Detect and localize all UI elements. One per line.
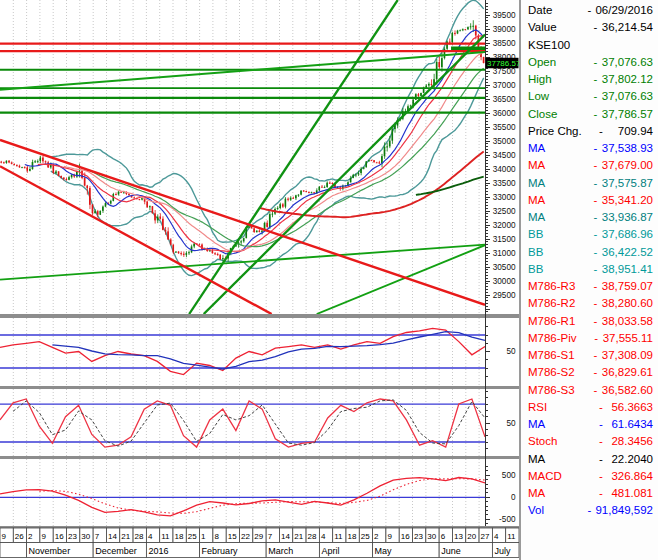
info-label: MACD	[521, 468, 594, 485]
info-dash: -	[594, 123, 608, 140]
x-axis-day-label: 8	[214, 532, 219, 541]
x-axis-month-label: March	[268, 546, 293, 556]
rsi-ytick-50: 50	[506, 347, 516, 356]
main-ytick-34000: 34000	[493, 165, 516, 174]
main-ytick-33000: 33000	[493, 193, 516, 202]
macd-ytick-500: 500	[502, 471, 516, 480]
x-axis-day-label: 15	[228, 532, 237, 541]
x-axis-day-label: 16	[401, 532, 410, 541]
x-axis-day-label: 20	[467, 532, 476, 541]
x-axis-day-label: 14	[281, 532, 290, 541]
info-label: M786-R2	[521, 295, 589, 312]
macd-ytick-0: 0	[511, 493, 516, 502]
panel-separator-2[interactable]	[0, 456, 519, 459]
info-row-m786-r3-16: M786-R3-38,759.07	[521, 278, 658, 295]
info-value: 36,422.52	[602, 244, 658, 261]
main-ytick-33500: 33500	[493, 179, 516, 188]
info-label: MA	[521, 140, 589, 157]
info-row-m786-piv-19: M786-Piv-37,555.11	[521, 330, 658, 347]
x-axis-month-label: November	[29, 546, 71, 556]
info-value: 91,849,592	[595, 502, 658, 519]
main-ytick-31000: 31000	[493, 249, 516, 258]
info-row-ma-8: MA-37,538.93	[521, 140, 658, 157]
x-axis-day-label: 1	[201, 532, 206, 541]
x-axis-day-label: 30	[427, 532, 436, 541]
current-price-marker: 37786.57	[486, 58, 520, 69]
info-dash: -	[584, 2, 596, 19]
info-dash: -	[589, 209, 602, 226]
info-label: M786-S3	[521, 382, 589, 399]
x-axis-month-label: June	[441, 546, 461, 556]
info-value: 709.94	[608, 123, 658, 140]
info-dash: -	[589, 347, 602, 364]
info-label: Low	[521, 88, 589, 105]
info-value: 37,679.00	[602, 157, 658, 174]
info-label: MA	[521, 157, 589, 174]
x-axis-day-label: 30	[81, 532, 90, 541]
info-value: 37,538.93	[602, 140, 658, 157]
info-dash: -	[589, 192, 602, 209]
info-row-ma-11: MA-35,341.20	[521, 192, 658, 209]
info-label: Vol	[521, 502, 584, 519]
x-axis-day-label: 13	[454, 532, 463, 541]
main-ytick-30500: 30500	[493, 263, 516, 272]
quote-data-panel: Date-06/29/2016Value-36,214.54KSE100Open…	[519, 0, 658, 560]
panel-separator-1[interactable]	[0, 386, 519, 389]
main-ytick-38500: 38500	[493, 39, 516, 48]
info-value: 28.3456	[608, 433, 658, 450]
info-label: Price Chg.	[521, 123, 594, 140]
panel-separator-0[interactable]	[0, 314, 519, 318]
info-value: 37,575.87	[602, 175, 658, 192]
info-row-high-4: High-37,802.12	[521, 71, 658, 88]
main-ytick-37000: 37000	[493, 81, 516, 90]
x-axis-day-label: 4	[321, 532, 326, 541]
info-row-ma-10: MA-37,575.87	[521, 175, 658, 192]
info-row-price-chg--7: Price Chg.-709.94	[521, 123, 658, 140]
x-axis-day-label: 23	[68, 532, 77, 541]
info-value: 36,829.61	[602, 364, 658, 381]
charting-application: 2950030000305003100031500320003250033000…	[0, 0, 658, 560]
info-label: Open	[521, 54, 589, 71]
x-axis-day-label: 7	[95, 532, 100, 541]
info-label: Date	[521, 2, 584, 19]
info-dash: -	[589, 71, 602, 88]
x-axis-day-label: 29	[254, 532, 263, 541]
stoch-ytick-50: 50	[506, 419, 516, 428]
info-label: BB	[521, 226, 589, 243]
x-axis-day-label: 25	[188, 532, 197, 541]
x-axis-day-label: 16	[55, 532, 64, 541]
main-ytick-35500: 35500	[493, 123, 516, 132]
info-dash: -	[584, 502, 596, 519]
chart-canvas[interactable]: 2950030000305003100031500320003250033000…	[0, 0, 519, 560]
info-value: 37,802.12	[602, 71, 658, 88]
info-value: 481.081	[608, 485, 658, 502]
x-axis-day-label: 28	[135, 532, 144, 541]
main-ytick-39000: 39000	[493, 25, 516, 34]
x-axis-month-label: 2016	[148, 546, 168, 556]
x-axis-day-label: 9	[41, 532, 46, 541]
info-value: 22.2040	[608, 451, 658, 468]
x-axis-day-label: 11	[334, 532, 343, 541]
info-label: MA	[521, 209, 589, 226]
info-value: 38,280.60	[602, 295, 658, 312]
info-dash: -	[589, 261, 602, 278]
info-label: Close	[521, 106, 589, 123]
info-dash: -	[589, 244, 602, 261]
info-value: 38,951.41	[602, 261, 658, 278]
info-label: MA	[521, 175, 589, 192]
info-value: 36,582.60	[602, 382, 658, 399]
info-label: MA	[521, 416, 594, 433]
x-axis-day-label: 4	[148, 532, 153, 541]
x-axis-day-label: 21	[294, 532, 303, 541]
info-label: High	[521, 71, 589, 88]
x-axis-day-label: 23	[414, 532, 423, 541]
info-row-bb-13: BB-37,686.96	[521, 226, 658, 243]
x-axis-day-label: 11	[507, 532, 516, 541]
info-value: 37,076.63	[602, 88, 658, 105]
main-ytick-29500: 29500	[493, 291, 516, 300]
info-value: 37,555.11	[603, 330, 658, 347]
info-dash: -	[589, 175, 602, 192]
info-label: MA	[521, 485, 594, 502]
main-ytick-36500: 36500	[493, 95, 516, 104]
info-row-m786-s3-22: M786-S3-36,582.60	[521, 382, 658, 399]
